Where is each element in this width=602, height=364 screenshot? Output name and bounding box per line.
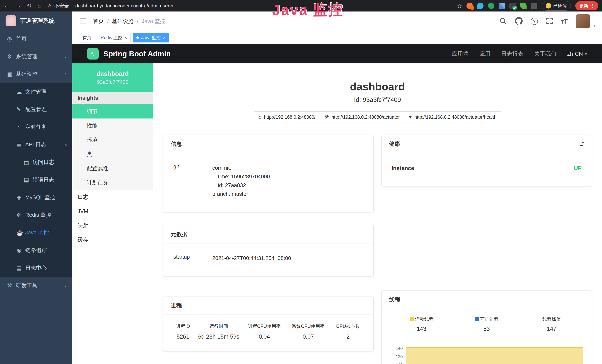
annotation-text: Java 监控 — [272, 0, 344, 20]
fullscreen-icon[interactable] — [546, 17, 553, 25]
sba-menu-classes[interactable]: 类 — [72, 147, 153, 161]
process-uptime-value: 6d 23h 15m 59s — [195, 332, 242, 343]
process-card-header: 进程 — [163, 297, 373, 315]
metadata-key: startup — [173, 254, 212, 268]
sba-menu-jvm[interactable]: JVM — [72, 204, 153, 218]
chevron-up-icon: ∧ — [64, 143, 67, 147]
language-selector[interactable]: zh-CN ▾ — [567, 51, 587, 57]
refresh-icon[interactable]: ↻ — [27, 2, 32, 9]
sidebar-item-home[interactable]: ◷ 首页 — [0, 30, 72, 48]
service-url-link[interactable]: ⌂ http://192.168.0.2:48080/ — [254, 111, 320, 123]
sidebar-item-file-management[interactable]: ☁ 文件管理 — [0, 83, 72, 100]
sba-menu-details[interactable]: 细节 — [72, 104, 153, 118]
github-icon[interactable] — [515, 17, 523, 26]
sidebar-item-redis-monitor[interactable]: ❖ Redis 监控 — [0, 206, 72, 224]
grid-extension-icon[interactable] — [499, 3, 505, 9]
link-label: http://192.168.0.2:48080/actuator/health — [414, 114, 496, 120]
fox-extension-icon[interactable]: 1 — [466, 3, 473, 9]
puzzle-extension-icon[interactable] — [531, 3, 537, 9]
update-button[interactable]: 更新 ⋮ — [575, 1, 598, 11]
font-size-icon[interactable]: TT — [561, 18, 568, 25]
switch-extension-icon[interactable]: on — [509, 3, 516, 9]
sba-menu-performance[interactable]: 性能 — [72, 118, 153, 133]
sidebar-item-infrastructure[interactable]: ▣ 基础设施 ∧ — [0, 65, 72, 83]
sidebar-item-dev-tools[interactable]: ⚒ 研发工具 ∨ — [0, 277, 72, 294]
gear-icon: ⚙ — [7, 53, 16, 60]
sidebar-item-label: 基础设施 — [16, 70, 37, 78]
search-icon[interactable] — [500, 17, 507, 25]
sba-nav-about[interactable]: 关于我们 — [534, 50, 556, 58]
y-tick: 100 — [396, 363, 406, 364]
sidebar-item-access-logs[interactable]: ▤ 访问日志 — [0, 153, 72, 171]
sba-menu-config-props[interactable]: 配置属性 — [72, 161, 153, 176]
logo-row[interactable]: 芋道管理系统 — [0, 11, 72, 30]
green-circle-extension-icon[interactable] — [488, 3, 494, 9]
close-icon[interactable]: × — [124, 35, 127, 40]
redis-icon: ❖ — [16, 212, 25, 218]
tab-redis-monitor[interactable]: Redis 监控 × — [97, 33, 130, 43]
sidebar-item-tracing[interactable]: ◉ 链路追踪 — [0, 241, 72, 259]
spring-boot-admin-logo[interactable] — [87, 48, 99, 60]
sidebar-item-system-management[interactable]: ⚙ 系统管理 ∨ — [0, 48, 72, 65]
menu-section-insights[interactable]: Insights — [72, 92, 153, 104]
system-cpu-value: 0.07 — [286, 332, 330, 343]
sidebar-item-api-logs[interactable]: ▤ API 日志 ∧ — [0, 136, 72, 153]
security-warning-icon[interactable]: ⚠ — [47, 3, 52, 9]
profile-face-icon — [546, 3, 551, 9]
metadata-card-header: 元数据 — [163, 225, 373, 244]
tab-java-monitor[interactable]: Java 监控 × — [133, 33, 169, 43]
sba-menu-scheduled-tasks[interactable]: 计划任务 — [72, 176, 153, 190]
process-col-cores: CPU核心数 — [330, 322, 366, 332]
help-icon[interactable]: ? — [531, 18, 538, 25]
breadcrumb-infrastructure[interactable]: 基础设施 — [112, 18, 133, 25]
sba-nav-journal[interactable]: 日志报表 — [501, 50, 523, 58]
bookmark-star-icon[interactable]: ☆ — [457, 3, 462, 9]
sidebar-item-config-management[interactable]: ✎ 配置管理 — [0, 100, 72, 118]
paused-label: 已暂停 — [553, 3, 567, 9]
legend-label: 活动线程 — [415, 316, 434, 322]
water-drop-extension-icon[interactable] — [477, 3, 484, 9]
history-icon[interactable]: ↺ — [579, 140, 584, 148]
cards-grid: 信息 git commit: time: 1596289704000 id: 2 — [163, 135, 592, 364]
log-icon: ▤ — [16, 141, 25, 148]
actuator-url-link[interactable]: ⚒ http://192.168.0.2:48080/actuator — [320, 111, 405, 123]
tab-home[interactable]: 首页 — [79, 33, 95, 43]
sidebar-item-scheduled-tasks[interactable]: ◔ 定时任务 — [0, 118, 72, 136]
process-card: 进程 进程ID 运行时间 进程CPU使用率 系统CPU使用率 CPU核心数 — [163, 297, 373, 351]
sidebar-item-log-center[interactable]: ▤ 日志中心 — [0, 259, 72, 277]
address-bar[interactable]: ⚠ 不安全 | dashboard.yudao.iocoder.cn/infra… — [47, 3, 176, 9]
leaf-extension-icon[interactable] — [520, 3, 527, 9]
sba-nav-wallboard[interactable]: 应用墙 — [452, 50, 469, 58]
update-menu-icon[interactable]: ⋮ — [590, 3, 595, 8]
collapse-sidebar-icon[interactable] — [79, 18, 86, 25]
sidebar-item-error-logs[interactable]: ▤ 错误日志 — [0, 171, 72, 189]
metadata-card-body: startup 2021-04-27T00:44:31.254+08:00 — [163, 244, 373, 276]
instance-header[interactable]: dashboard 93a3fc7f7409 — [72, 64, 153, 92]
sba-menu-caches[interactable]: 缓存 — [72, 233, 153, 247]
sba-nav-applications[interactable]: 应用 — [479, 50, 490, 58]
sidebar-item-label: 配置管理 — [25, 106, 47, 113]
forward-icon[interactable]: → — [15, 2, 21, 9]
metadata-value: 2021-04-27T00:44:31.254+08:00 — [212, 254, 363, 268]
sba-menu-logs[interactable]: 日志 — [72, 190, 153, 204]
sidebar-item-java-monitor[interactable]: ☕ Java 监控 — [0, 224, 72, 241]
breadcrumb-home[interactable]: 首页 — [93, 18, 104, 25]
sba-menu-environment[interactable]: 环境 — [72, 133, 153, 147]
paused-button[interactable]: 已暂停 — [542, 1, 571, 11]
legend-label: 线程峰值 — [542, 316, 561, 322]
sba-brand-title: Spring Boot Admin — [103, 50, 171, 58]
blue-legend-swatch-icon — [475, 317, 479, 321]
sidebar-item-mysql-monitor[interactable]: ▦ MySQL 监控 — [0, 189, 72, 206]
home-icon[interactable]: ⌂ — [37, 2, 41, 9]
close-icon[interactable]: × — [163, 35, 165, 40]
health-url-link[interactable]: ♥ http://192.168.0.2:48080/actuator/heal… — [404, 111, 501, 123]
sba-sidebar: dashboard 93a3fc7f7409 Insights 细节 性能 环境… — [72, 64, 153, 364]
y-tick: 140 — [396, 346, 406, 351]
info-card-header: 信息 — [163, 135, 373, 153]
git-id-line: id: 27aa832 — [212, 181, 363, 190]
user-avatar[interactable] — [576, 14, 590, 28]
back-icon[interactable]: ← — [4, 2, 10, 9]
avatar-caret-icon[interactable]: ▾ — [593, 23, 595, 28]
sba-menu-mappings[interactable]: 映射 — [72, 218, 153, 233]
health-card: 健康 ↺ Instance UP — [382, 135, 592, 186]
